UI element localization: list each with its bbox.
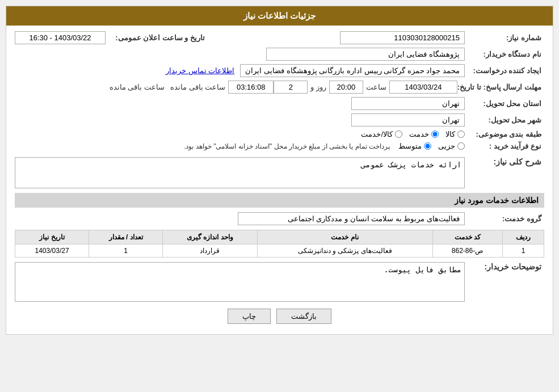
bazgasht-button[interactable]: بازگشت: [276, 309, 331, 324]
radio-jozi[interactable]: جزیی: [438, 142, 465, 150]
col-vahed: واحد اندازه گیری: [163, 230, 258, 245]
tabaqe-radio-group: کالا خدمت کالا/خدمت: [361, 130, 465, 138]
buttons-row: بازگشت چاپ: [15, 309, 544, 324]
nam-dasgah-value: پژوهشگاه فضایی ایران: [266, 48, 465, 61]
ijad-link[interactable]: اطلاعات تماس خریدار: [166, 66, 234, 75]
cell-radif: 1: [503, 245, 544, 258]
tabaqe-label: طبقه بندی موضوعی:: [465, 130, 544, 138]
col-tarikh: تاریخ نیاز: [15, 230, 89, 245]
grohe-khadamat-label: گروه خدمت:: [465, 214, 544, 223]
cell-vahed: قرارداد: [163, 245, 258, 258]
page-header: جزئیات اطلاعات نیاز: [6, 6, 553, 26]
col-nam: نام خدمت: [257, 230, 432, 245]
radio-khadamat[interactable]: خدمت: [409, 130, 439, 138]
khadamat-section-title: اطلاعات خدمات مورد نیاز: [15, 193, 544, 208]
shahr-value: تهران: [351, 113, 465, 127]
noe-farayand-label: نوع فرآیند خرید :: [465, 142, 544, 150]
mohlat-rooz: 2: [274, 81, 308, 94]
mohlat-saat-mande-label: ساعت باقی مانده: [170, 83, 225, 91]
chap-button[interactable]: چاپ: [228, 309, 271, 324]
col-radif: ردیف: [503, 230, 544, 245]
sharh-label: شرح کلی نیاز:: [465, 157, 544, 166]
mohlat-saat-mande: 03:16:08: [228, 81, 274, 94]
mohlat-date: 1403/03/24: [389, 81, 457, 94]
shomare-niaz-label: شماره نیاز:: [465, 33, 544, 42]
ijad-label: ایجاد کننده درخواست:: [465, 66, 544, 75]
cell-nam: فعالیت‌های پزشکی و دندانپزشکی: [257, 245, 432, 258]
mohlat-rooz-label: روز و: [310, 83, 326, 91]
table-row: 1 ص-86-862 فعالیت‌های پزشکی و دندانپزشکی…: [15, 245, 544, 258]
tosih-label: توضیحات خریدار:: [465, 262, 544, 271]
page-title: جزئیات اطلاعات نیاز: [243, 11, 316, 20]
mohlat-label: مهلت ارسال پاسخ: تا تاریخ:: [457, 83, 544, 91]
tarikh-elam-label: تاریخ و ساعت اعلان عمومی:: [106, 33, 208, 42]
cell-tedad: 1: [89, 245, 163, 258]
col-tedad: تعداد / مقدار: [89, 230, 163, 245]
mohlat-saat: 20:00: [329, 81, 363, 94]
radio-kala[interactable]: کالا: [445, 130, 465, 138]
noe-farayand-note: پرداخت تمام یا بخشی از مبلغ خریدار محل "…: [184, 142, 390, 150]
mohlat-saat-label: ساعت: [366, 83, 386, 91]
saet-baqi-label: ساعت باقی مانده: [110, 83, 165, 91]
ostan-label: استان محل تحویل:: [465, 99, 544, 108]
radio-kala-khadamat[interactable]: کالا/خدمت: [361, 130, 402, 138]
nam-dasgah-label: نام دستگاه خریدار:: [465, 50, 544, 58]
col-kod: کد خدمت: [432, 230, 503, 245]
sharh-textarea[interactable]: ارائه خدمات پزشک عمومی: [15, 157, 465, 188]
shomare-niaz-value: 1103030128000215: [340, 31, 465, 44]
tosih-textarea[interactable]: مطابق فایل پیوست.: [15, 262, 465, 302]
tarikh-elam-value: 1403/03/22 - 16:30: [15, 31, 106, 44]
noe-farayand-radio-group: جزیی متوسط: [398, 142, 465, 150]
ijad-value: محمد جواد حمزه گرکانی رییس اداره بازرگان…: [240, 64, 465, 77]
grohe-khadamat-value: فعالیت‌های مربوط به سلامت انسان و مددکار…: [238, 212, 465, 225]
radio-motovaset[interactable]: متوسط: [398, 142, 431, 150]
shahr-label: شهر محل تحویل:: [465, 116, 544, 124]
ostan-value: تهران: [351, 97, 465, 110]
cell-kod: ص-86-862: [432, 245, 503, 258]
cell-tarikh: 1403/03/27: [15, 245, 89, 258]
khadamat-table: ردیف کد خدمت نام خدمت واحد اندازه گیری ت…: [15, 230, 544, 258]
